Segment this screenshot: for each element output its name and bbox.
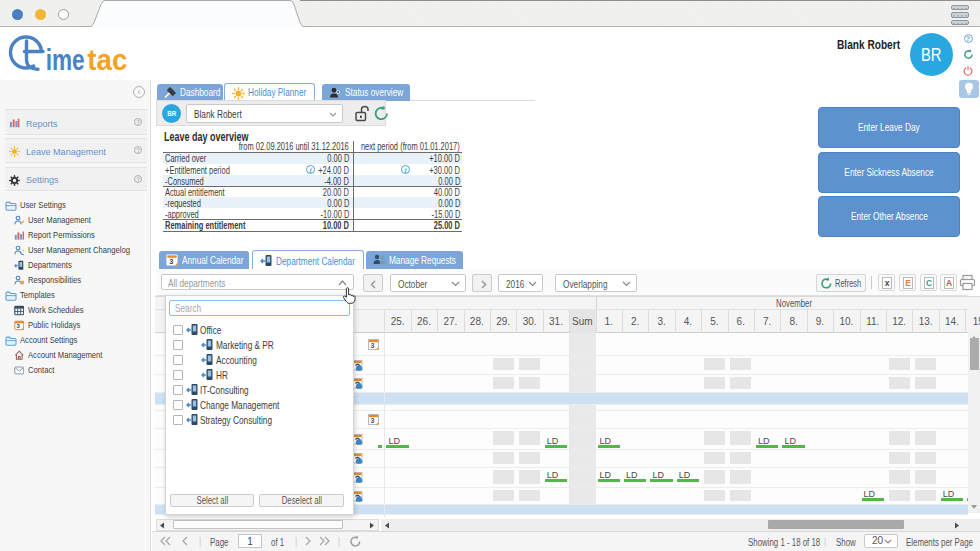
svg-text:3: 3: [371, 342, 375, 349]
svg-text:ime: ime: [46, 43, 85, 76]
svg-text:3: 3: [169, 257, 173, 266]
svg-text:3: 3: [371, 417, 375, 424]
svg-text:tac: tac: [87, 43, 127, 76]
